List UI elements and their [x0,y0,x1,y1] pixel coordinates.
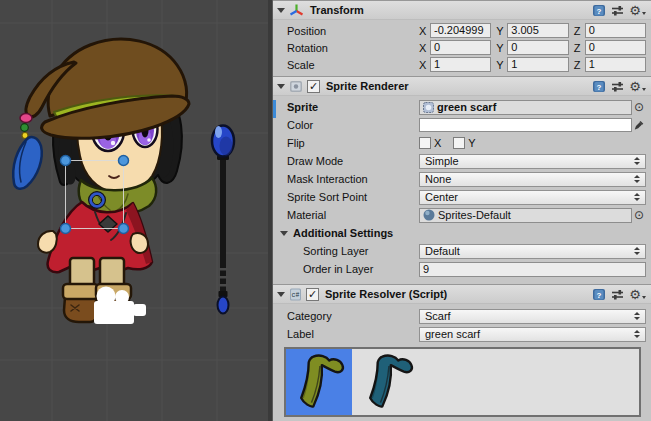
help-icon[interactable]: ? [592,4,606,17]
rotation-x-field[interactable]: 0 [430,40,491,55]
sorting-layer-value: Default [425,245,460,257]
category-dropdown[interactable]: Scarf [419,309,646,324]
sprite-label-thumbnails [284,347,641,417]
category-row: Category Scarf [273,307,651,325]
sorting-layer-dropdown[interactable]: Default [419,244,646,259]
sprite-row: Sprite green scarf ⊙ [273,98,651,116]
field-label: Label [273,328,419,340]
position-y-field[interactable]: 3.005 [507,23,568,38]
axis-label-x: X [419,42,430,54]
help-icon[interactable]: ? [592,288,606,301]
color-row: Color [273,116,651,134]
scale-z-field[interactable]: 1 [585,57,646,72]
mask-interaction-dropdown[interactable]: None [419,172,646,187]
staff-sprite[interactable] [212,126,234,314]
sprite-object-field[interactable]: green scarf [419,100,632,115]
scene-view[interactable] [0,0,268,421]
additional-settings-label: Additional Settings [293,227,393,239]
field-label: Position [273,25,419,37]
sprite-sort-point-value: Center [425,191,458,203]
camera-gizmo[interactable] [94,287,146,325]
draw-mode-row: Draw Mode Simple [273,152,651,170]
material-value: Sprites-Default [438,209,511,221]
position-x-field[interactable]: -0.204999 [430,23,491,38]
transform-body: Position X -0.204999 Y 3.005 Z 0 Rotatio… [273,20,651,76]
svg-text:?: ? [597,83,602,92]
thumbnail-green-scarf[interactable] [286,349,352,415]
script-icon: c# [289,288,302,301]
foldout-icon[interactable] [277,292,285,297]
preset-icon[interactable] [611,5,624,16]
preset-icon[interactable] [611,81,624,92]
svg-text:?: ? [597,291,602,300]
axis-label-z: Z [574,25,585,37]
sprite-resolver-title: Sprite Resolver (Script) [325,288,447,300]
gear-icon[interactable]: ⚙ [629,288,646,301]
field-label: Material [273,209,419,221]
thumbnail-blue-scarf[interactable] [355,349,421,415]
label-value: green scarf [425,328,480,340]
mask-interaction-row: Mask Interaction None [273,170,651,188]
axis-label-y: Y [496,59,507,71]
dropdown-arrows-icon [630,193,640,201]
object-picker-icon[interactable]: ⊙ [632,100,646,114]
blue-scarf-image [358,352,418,412]
axis-label-x: X [419,59,430,71]
rotation-z-field[interactable]: 0 [585,40,646,55]
transform-header[interactable]: Transform ? ⚙ [273,0,651,20]
foldout-icon[interactable] [277,84,285,89]
axis-label-y: Y [496,42,507,54]
dropdown-arrows-icon [630,157,640,165]
flip-x-checkbox[interactable] [419,137,431,149]
dropdown-arrows-icon [630,312,640,320]
rotation-y-field[interactable]: 0 [507,40,568,55]
foldout-icon[interactable] [277,8,285,13]
additional-settings-foldout[interactable]: Additional Settings [273,224,651,242]
right-hand [131,233,148,253]
prefab-override-indicator [273,100,276,118]
material-object-field[interactable]: Sprites-Default [419,208,632,223]
field-label: Flip [273,137,419,149]
green-scarf-image [289,352,349,412]
feather [13,137,42,189]
scale-y-field[interactable]: 1 [507,57,568,72]
left-hand [38,231,57,253]
hat-beads [20,114,32,139]
enabled-checkbox[interactable]: ✓ [306,288,319,301]
hat [26,39,189,138]
draw-mode-dropdown[interactable]: Simple [419,154,646,169]
svg-text:?: ? [597,7,602,16]
field-label: Mask Interaction [273,173,419,185]
label-row: Label green scarf [273,325,651,343]
foldout-icon[interactable] [280,231,288,236]
gear-icon[interactable]: ⚙ [629,80,646,93]
flip-y-label: Y [468,137,475,149]
position-z-field[interactable]: 0 [585,23,646,38]
eyedropper-icon[interactable] [632,119,646,131]
material-sphere-icon [423,209,435,221]
transform-title: Transform [310,4,364,16]
sprite-resolver-header[interactable]: c# ✓ Sprite Resolver (Script) ? ⚙ [273,284,651,304]
transform-icon [289,3,304,17]
position-row: Position X -0.204999 Y 3.005 Z 0 [273,22,651,39]
axis-label-z: Z [574,59,585,71]
sprite-sort-point-row: Sprite Sort Point Center [273,188,651,206]
label-dropdown[interactable]: green scarf [419,327,646,342]
order-in-layer-field[interactable]: 9 [419,262,646,277]
enabled-checkbox[interactable]: ✓ [307,80,320,93]
sorting-layer-row: Sorting Layer Default [273,242,651,260]
scale-x-field[interactable]: 1 [430,57,491,72]
character-sprite[interactable] [13,39,189,322]
sprite-sort-point-dropdown[interactable]: Center [419,190,646,205]
field-label: Color [273,119,419,131]
help-icon[interactable]: ? [592,80,606,93]
preset-icon[interactable] [611,289,624,300]
sprite-renderer-header[interactable]: ✓ Sprite Renderer ? ⚙ [273,76,651,96]
object-picker-icon[interactable]: ⊙ [632,208,646,222]
sprite-renderer-title: Sprite Renderer [326,80,409,92]
flip-y-checkbox[interactable] [453,137,465,149]
color-swatch[interactable] [419,118,632,132]
field-label: Rotation [273,42,419,54]
gear-icon[interactable]: ⚙ [629,4,646,17]
inspector-panel: Transform ? ⚙ Position X -0.204999 Y 3.0… [273,0,651,421]
